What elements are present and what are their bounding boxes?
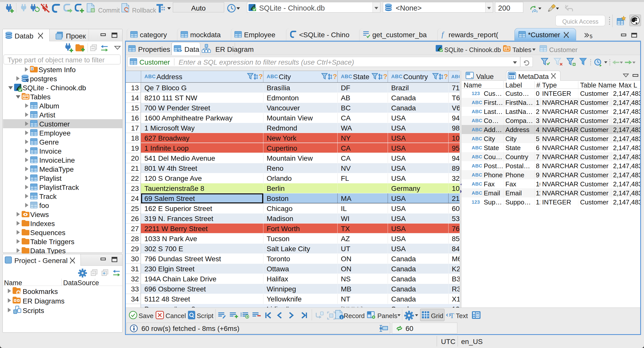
svg-text:?: ? xyxy=(333,73,337,80)
svg-text:ABC: ABC xyxy=(472,172,482,178)
svg-text:ABC: ABC xyxy=(341,74,352,79)
svg-text:ABC: ABC xyxy=(472,163,482,168)
svg-text:ABC: ABC xyxy=(472,181,482,187)
svg-text:ABC: ABC xyxy=(472,100,482,105)
svg-text:ABC: ABC xyxy=(472,145,482,150)
svg-text:ABC: ABC xyxy=(267,74,278,79)
svg-text:ABC: ABC xyxy=(391,74,403,79)
svg-text:f: f xyxy=(441,30,445,38)
svg-text:ABC: ABC xyxy=(472,109,482,114)
svg-text:<>: <> xyxy=(177,48,182,53)
svg-text:5: 5 xyxy=(590,34,592,39)
svg-text:?: ? xyxy=(383,73,387,80)
svg-text:T: T xyxy=(450,312,454,320)
svg-text:?: ? xyxy=(444,73,448,80)
svg-text:?: ? xyxy=(259,73,263,80)
svg-text:ABC: ABC xyxy=(472,154,482,159)
svg-text:ABC: ABC xyxy=(472,136,482,141)
svg-text:ABC: ABC xyxy=(144,74,156,79)
svg-text:ABC: ABC xyxy=(472,118,482,123)
svg-text:ABC: ABC xyxy=(472,190,482,196)
svg-text:123: 123 xyxy=(472,199,480,205)
svg-text:ABC: ABC xyxy=(472,127,482,132)
svg-text:123: 123 xyxy=(472,91,480,96)
